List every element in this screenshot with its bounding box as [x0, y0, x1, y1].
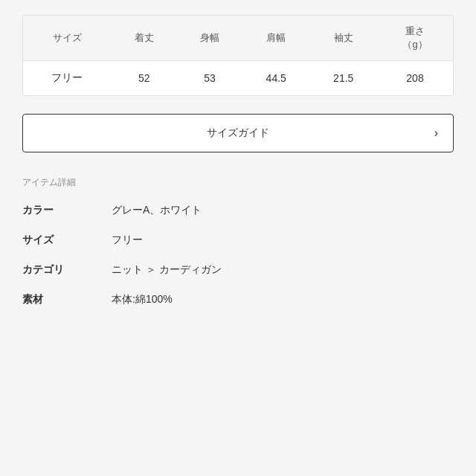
cell-shoulder: 44.5 — [242, 61, 310, 96]
cell-size: フリー — [23, 61, 112, 96]
detail-label-material: 素材 — [22, 293, 112, 306]
cell-width: 53 — [177, 61, 242, 96]
detail-value-material: 本体:綿100% — [112, 293, 173, 306]
cell-length: 52 — [112, 61, 177, 96]
cell-sleeve: 21.5 — [309, 61, 377, 96]
detail-label-color: カラー — [22, 204, 112, 217]
col-header-width: 身幅 — [177, 16, 242, 61]
main-container: サイズ 着丈 身幅 肩幅 袖丈 重さ（g） フリー 52 53 44.5 21.… — [0, 0, 476, 338]
section-title: アイテム詳細 — [22, 176, 454, 189]
item-details-section: アイテム詳細 カラー グレーA、ホワイト サイズ フリー カテゴリ ニット ＞ … — [22, 176, 454, 306]
detail-value-category: ニット ＞ カーディガン — [112, 263, 222, 277]
col-header-size: サイズ — [23, 16, 112, 61]
size-guide-label: サイズガイド — [207, 126, 269, 140]
size-table: サイズ 着丈 身幅 肩幅 袖丈 重さ（g） フリー 52 53 44.5 21.… — [23, 16, 453, 95]
size-guide-button[interactable]: サイズガイド › — [22, 114, 454, 152]
detail-label-size: サイズ — [22, 234, 112, 247]
detail-row-material: 素材 本体:綿100% — [22, 293, 454, 306]
cell-weight: 208 — [377, 61, 453, 96]
col-header-length: 着丈 — [112, 16, 177, 61]
detail-row-size: サイズ フリー — [22, 234, 454, 247]
size-table-wrapper: サイズ 着丈 身幅 肩幅 袖丈 重さ（g） フリー 52 53 44.5 21.… — [22, 15, 454, 96]
detail-row-category: カテゴリ ニット ＞ カーディガン — [22, 263, 454, 277]
col-header-shoulder: 肩幅 — [242, 16, 310, 61]
detail-label-category: カテゴリ — [22, 263, 112, 277]
table-row: フリー 52 53 44.5 21.5 208 — [23, 61, 453, 96]
chevron-right-icon: › — [434, 126, 438, 140]
col-header-sleeve: 袖丈 — [309, 16, 377, 61]
detail-value-color: グレーA、ホワイト — [112, 204, 202, 217]
detail-row-color: カラー グレーA、ホワイト — [22, 204, 454, 217]
detail-value-size: フリー — [112, 234, 143, 247]
col-header-weight: 重さ（g） — [377, 16, 453, 61]
